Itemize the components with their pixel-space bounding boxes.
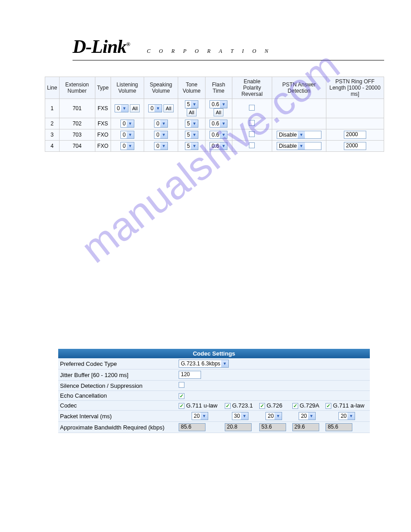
select[interactable]: 0▼ [115,104,128,112]
select[interactable]: 20▼ [338,412,355,420]
line-settings-table: LineExtension NumberTypeListening Volume… [45,77,384,152]
select[interactable]: 5▼ [185,131,199,139]
chevron-down-icon: ▼ [160,131,167,138]
echo-cancellation-checkbox[interactable] [179,393,184,399]
codec-checkbox[interactable] [225,403,231,409]
jitter-buffer-label: Jitter Buffer [60 - 1200 ms] [58,369,177,381]
select[interactable]: 0.6▼ [210,142,228,150]
checkbox[interactable] [249,142,255,148]
all-button[interactable]: All [214,108,223,116]
codec-checkbox[interactable] [259,403,265,409]
chevron-down-icon: ▼ [191,131,198,138]
chevron-down-icon: ▼ [191,142,198,150]
all-button[interactable]: All [163,104,173,112]
select[interactable]: Disable▼ [277,131,321,139]
chevron-down-icon: ▼ [160,142,167,150]
brand-logo: D-Link® [73,36,130,57]
preferred-codec-select[interactable]: G.723.1 6.3kbps▼ [179,360,229,368]
select[interactable]: 0▼ [120,120,134,128]
chevron-down-icon: ▼ [220,101,227,108]
chevron-down-icon: ▼ [308,412,315,420]
codec-name: G.723.1 [232,402,253,409]
col-header: Enable Polarity Reversal [232,77,272,99]
select[interactable]: 20▼ [192,412,208,420]
col-header: Type [95,77,111,99]
codec-title: Codec Settings [58,349,370,358]
chevron-down-icon: ▼ [298,142,305,150]
text-input[interactable]: 2000 [344,142,366,150]
col-header: Line [45,77,60,99]
codec-name: G.711 u-law [186,402,218,409]
codec-checkbox[interactable] [292,403,298,409]
table-row: 2702FXS0▼0▼5▼0.6▼ [45,118,384,129]
chevron-down-icon: ▼ [127,131,134,138]
chevron-down-icon: ▼ [220,131,227,138]
text-input[interactable]: 2000 [344,131,366,139]
codec-name: G.726 [266,402,282,409]
echo-cancellation-label: Echo Cancellation [58,391,177,401]
select[interactable]: 30▼ [232,412,248,420]
col-header: Speaking Volume [144,77,178,99]
bandwidth-value: 85.6 [179,423,206,431]
bandwidth-value: 29.6 [292,423,319,431]
brand-corp: C O R P O R A T I O N [147,48,272,55]
silence-detection-checkbox[interactable] [179,382,184,388]
table-row: 3703FXO0▼0▼5▼0.6▼Disable▼2000 [45,129,384,141]
codec-name: G.711 a-law [333,402,364,409]
chevron-down-icon: ▼ [121,105,128,112]
col-header: Listening Volume [111,77,144,99]
chevron-down-icon: ▼ [191,101,198,108]
select[interactable]: 0.6▼ [210,100,228,108]
chevron-down-icon: ▼ [347,412,355,420]
bandwidth-value: 53.6 [259,423,286,431]
bandwidth-label: Approximate Bandwidth Required (kbps) [58,422,177,433]
codec-checkbox[interactable] [325,403,331,409]
select[interactable]: 0▼ [154,142,168,150]
select[interactable]: 20▼ [265,412,282,420]
select[interactable]: 0▼ [148,104,162,112]
chevron-down-icon: ▼ [241,412,248,420]
chevron-down-icon: ▼ [127,142,134,150]
select[interactable]: Disable▼ [277,142,321,150]
col-header: PSTN Ring OFF Length [1000 - 20000 ms] [326,77,384,99]
checkbox[interactable] [249,105,255,111]
checkbox[interactable] [249,131,255,137]
chevron-down-icon: ▼ [160,120,167,127]
all-button[interactable]: All [187,108,197,116]
packet-interval-label: Packet Interval (ms) [58,411,177,422]
select[interactable]: 0▼ [120,131,134,139]
chevron-down-icon: ▼ [274,412,282,420]
select[interactable]: 0▼ [154,131,168,139]
codec-settings-panel: Codec Settings Preferred Codec Type G.72… [58,349,370,433]
select[interactable]: 0.6▼ [210,131,228,139]
col-header: PSTN Answer Detection [272,77,326,99]
col-header: Flash Time [205,77,232,99]
checkbox[interactable] [249,120,255,126]
preferred-codec-label: Preferred Codec Type [58,358,177,369]
chevron-down-icon: ▼ [298,131,305,138]
select[interactable]: 0▼ [154,120,168,128]
table-row: 4704FXO0▼0▼5▼0.6▼Disable▼2000 [45,141,384,152]
all-button[interactable]: All [130,104,140,112]
select[interactable]: 5▼ [185,100,199,108]
chevron-down-icon: ▼ [127,120,134,127]
codec-checkbox[interactable] [179,403,184,409]
select[interactable]: 20▼ [299,412,315,420]
silence-detection-label: Silence Detection / Suppression [58,381,177,391]
chevron-down-icon: ▼ [154,105,162,112]
chevron-down-icon: ▼ [201,412,208,420]
select[interactable]: 5▼ [185,142,199,150]
select[interactable]: 0.6▼ [210,120,228,128]
select[interactable]: 5▼ [185,120,199,128]
select[interactable]: 0▼ [120,142,134,150]
chevron-down-icon: ▼ [191,120,198,127]
codec-name: G.729A [300,402,319,409]
codec-row-label: Codec [58,401,177,411]
col-header: Tone Volume [178,77,206,99]
table-row: 1701FXS0▼ All0▼ All5▼ All0.6▼ All [45,99,384,118]
header: D-Link® C O R P O R A T I O N [73,36,384,60]
jitter-buffer-input[interactable]: 120 [179,371,201,379]
chevron-down-icon: ▼ [220,120,227,127]
col-header: Extension Number [59,77,95,99]
bandwidth-value: 20.8 [225,423,252,431]
